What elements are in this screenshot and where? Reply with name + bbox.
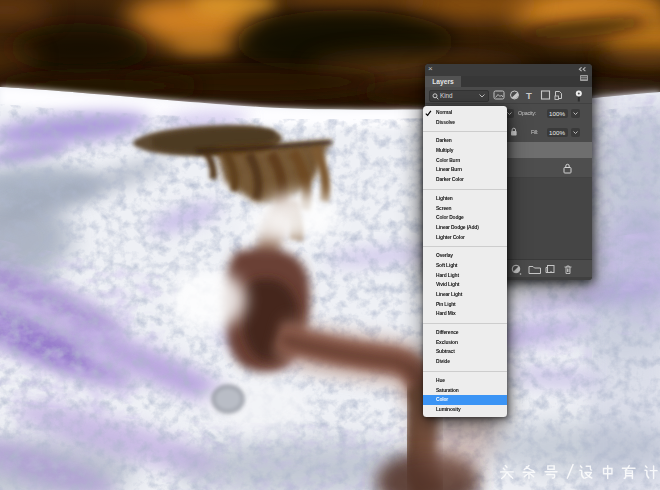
svg-text:T: T xyxy=(526,90,532,100)
